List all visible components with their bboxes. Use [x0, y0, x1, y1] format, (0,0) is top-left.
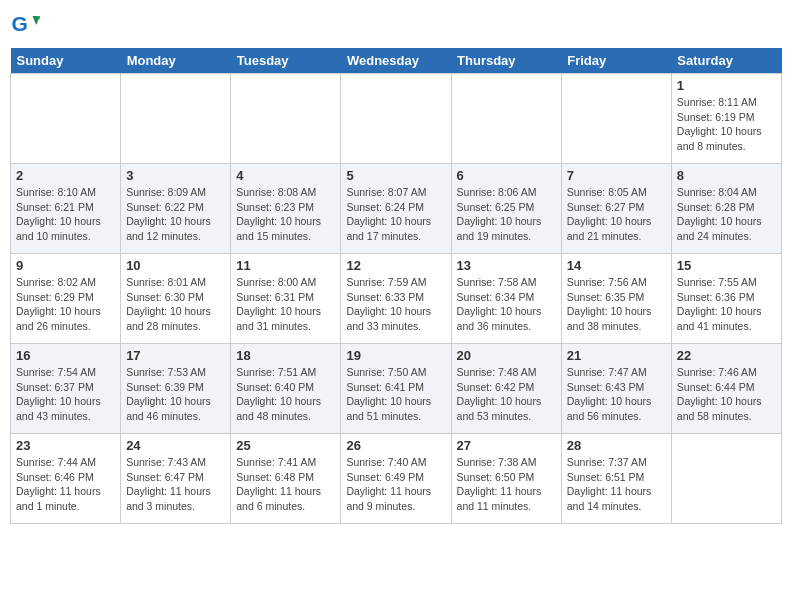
weekday-header-sunday: Sunday	[11, 48, 121, 74]
week-row-3: 9Sunrise: 8:02 AM Sunset: 6:29 PM Daylig…	[11, 254, 782, 344]
day-number: 12	[346, 258, 445, 273]
day-number: 20	[457, 348, 556, 363]
header: G	[10, 10, 782, 40]
day-detail: Sunrise: 8:10 AM Sunset: 6:21 PM Dayligh…	[16, 185, 115, 244]
day-cell: 17Sunrise: 7:53 AM Sunset: 6:39 PM Dayli…	[121, 344, 231, 434]
day-detail: Sunrise: 8:08 AM Sunset: 6:23 PM Dayligh…	[236, 185, 335, 244]
day-number: 7	[567, 168, 666, 183]
day-cell: 25Sunrise: 7:41 AM Sunset: 6:48 PM Dayli…	[231, 434, 341, 524]
day-detail: Sunrise: 7:40 AM Sunset: 6:49 PM Dayligh…	[346, 455, 445, 514]
day-number: 18	[236, 348, 335, 363]
day-detail: Sunrise: 7:48 AM Sunset: 6:42 PM Dayligh…	[457, 365, 556, 424]
day-cell: 3Sunrise: 8:09 AM Sunset: 6:22 PM Daylig…	[121, 164, 231, 254]
day-cell: 4Sunrise: 8:08 AM Sunset: 6:23 PM Daylig…	[231, 164, 341, 254]
day-detail: Sunrise: 7:38 AM Sunset: 6:50 PM Dayligh…	[457, 455, 556, 514]
day-number: 26	[346, 438, 445, 453]
logo-icon: G	[10, 10, 40, 40]
week-row-2: 2Sunrise: 8:10 AM Sunset: 6:21 PM Daylig…	[11, 164, 782, 254]
day-number: 21	[567, 348, 666, 363]
day-detail: Sunrise: 7:51 AM Sunset: 6:40 PM Dayligh…	[236, 365, 335, 424]
day-number: 27	[457, 438, 556, 453]
day-detail: Sunrise: 7:55 AM Sunset: 6:36 PM Dayligh…	[677, 275, 776, 334]
week-row-1: 1Sunrise: 8:11 AM Sunset: 6:19 PM Daylig…	[11, 74, 782, 164]
day-cell: 28Sunrise: 7:37 AM Sunset: 6:51 PM Dayli…	[561, 434, 671, 524]
day-number: 9	[16, 258, 115, 273]
day-cell: 2Sunrise: 8:10 AM Sunset: 6:21 PM Daylig…	[11, 164, 121, 254]
day-cell	[561, 74, 671, 164]
weekday-header-wednesday: Wednesday	[341, 48, 451, 74]
day-number: 13	[457, 258, 556, 273]
day-cell: 27Sunrise: 7:38 AM Sunset: 6:50 PM Dayli…	[451, 434, 561, 524]
day-cell: 9Sunrise: 8:02 AM Sunset: 6:29 PM Daylig…	[11, 254, 121, 344]
day-detail: Sunrise: 8:07 AM Sunset: 6:24 PM Dayligh…	[346, 185, 445, 244]
day-detail: Sunrise: 7:54 AM Sunset: 6:37 PM Dayligh…	[16, 365, 115, 424]
day-cell: 18Sunrise: 7:51 AM Sunset: 6:40 PM Dayli…	[231, 344, 341, 434]
day-detail: Sunrise: 7:46 AM Sunset: 6:44 PM Dayligh…	[677, 365, 776, 424]
day-number: 22	[677, 348, 776, 363]
day-cell: 13Sunrise: 7:58 AM Sunset: 6:34 PM Dayli…	[451, 254, 561, 344]
day-detail: Sunrise: 7:43 AM Sunset: 6:47 PM Dayligh…	[126, 455, 225, 514]
weekday-header-tuesday: Tuesday	[231, 48, 341, 74]
day-cell: 11Sunrise: 8:00 AM Sunset: 6:31 PM Dayli…	[231, 254, 341, 344]
day-number: 2	[16, 168, 115, 183]
day-cell: 12Sunrise: 7:59 AM Sunset: 6:33 PM Dayli…	[341, 254, 451, 344]
day-detail: Sunrise: 8:05 AM Sunset: 6:27 PM Dayligh…	[567, 185, 666, 244]
day-cell: 26Sunrise: 7:40 AM Sunset: 6:49 PM Dayli…	[341, 434, 451, 524]
day-detail: Sunrise: 7:59 AM Sunset: 6:33 PM Dayligh…	[346, 275, 445, 334]
day-cell	[451, 74, 561, 164]
day-detail: Sunrise: 8:04 AM Sunset: 6:28 PM Dayligh…	[677, 185, 776, 244]
day-number: 3	[126, 168, 225, 183]
day-detail: Sunrise: 8:09 AM Sunset: 6:22 PM Dayligh…	[126, 185, 225, 244]
day-cell: 1Sunrise: 8:11 AM Sunset: 6:19 PM Daylig…	[671, 74, 781, 164]
weekday-header-friday: Friday	[561, 48, 671, 74]
day-cell: 7Sunrise: 8:05 AM Sunset: 6:27 PM Daylig…	[561, 164, 671, 254]
day-number: 11	[236, 258, 335, 273]
day-number: 10	[126, 258, 225, 273]
day-cell	[671, 434, 781, 524]
day-number: 14	[567, 258, 666, 273]
day-cell: 5Sunrise: 8:07 AM Sunset: 6:24 PM Daylig…	[341, 164, 451, 254]
day-cell: 14Sunrise: 7:56 AM Sunset: 6:35 PM Dayli…	[561, 254, 671, 344]
day-cell: 21Sunrise: 7:47 AM Sunset: 6:43 PM Dayli…	[561, 344, 671, 434]
day-detail: Sunrise: 8:00 AM Sunset: 6:31 PM Dayligh…	[236, 275, 335, 334]
day-detail: Sunrise: 7:58 AM Sunset: 6:34 PM Dayligh…	[457, 275, 556, 334]
svg-text:G: G	[12, 12, 28, 35]
day-cell	[341, 74, 451, 164]
day-number: 16	[16, 348, 115, 363]
week-row-4: 16Sunrise: 7:54 AM Sunset: 6:37 PM Dayli…	[11, 344, 782, 434]
day-number: 19	[346, 348, 445, 363]
day-detail: Sunrise: 7:50 AM Sunset: 6:41 PM Dayligh…	[346, 365, 445, 424]
day-cell	[231, 74, 341, 164]
day-number: 4	[236, 168, 335, 183]
weekday-header-row: SundayMondayTuesdayWednesdayThursdayFrid…	[11, 48, 782, 74]
day-cell: 20Sunrise: 7:48 AM Sunset: 6:42 PM Dayli…	[451, 344, 561, 434]
day-number: 6	[457, 168, 556, 183]
day-detail: Sunrise: 7:53 AM Sunset: 6:39 PM Dayligh…	[126, 365, 225, 424]
day-detail: Sunrise: 7:41 AM Sunset: 6:48 PM Dayligh…	[236, 455, 335, 514]
weekday-header-thursday: Thursday	[451, 48, 561, 74]
day-number: 8	[677, 168, 776, 183]
day-detail: Sunrise: 8:01 AM Sunset: 6:30 PM Dayligh…	[126, 275, 225, 334]
weekday-header-monday: Monday	[121, 48, 231, 74]
day-detail: Sunrise: 7:56 AM Sunset: 6:35 PM Dayligh…	[567, 275, 666, 334]
day-number: 15	[677, 258, 776, 273]
day-number: 25	[236, 438, 335, 453]
day-detail: Sunrise: 8:02 AM Sunset: 6:29 PM Dayligh…	[16, 275, 115, 334]
day-cell	[121, 74, 231, 164]
day-detail: Sunrise: 7:44 AM Sunset: 6:46 PM Dayligh…	[16, 455, 115, 514]
day-cell: 10Sunrise: 8:01 AM Sunset: 6:30 PM Dayli…	[121, 254, 231, 344]
day-detail: Sunrise: 8:11 AM Sunset: 6:19 PM Dayligh…	[677, 95, 776, 154]
day-detail: Sunrise: 8:06 AM Sunset: 6:25 PM Dayligh…	[457, 185, 556, 244]
day-detail: Sunrise: 7:47 AM Sunset: 6:43 PM Dayligh…	[567, 365, 666, 424]
week-row-5: 23Sunrise: 7:44 AM Sunset: 6:46 PM Dayli…	[11, 434, 782, 524]
day-cell: 8Sunrise: 8:04 AM Sunset: 6:28 PM Daylig…	[671, 164, 781, 254]
day-cell: 23Sunrise: 7:44 AM Sunset: 6:46 PM Dayli…	[11, 434, 121, 524]
day-number: 23	[16, 438, 115, 453]
calendar: SundayMondayTuesdayWednesdayThursdayFrid…	[10, 48, 782, 524]
day-cell: 16Sunrise: 7:54 AM Sunset: 6:37 PM Dayli…	[11, 344, 121, 434]
day-cell	[11, 74, 121, 164]
day-cell: 15Sunrise: 7:55 AM Sunset: 6:36 PM Dayli…	[671, 254, 781, 344]
logo: G	[10, 10, 44, 40]
day-number: 17	[126, 348, 225, 363]
day-cell: 24Sunrise: 7:43 AM Sunset: 6:47 PM Dayli…	[121, 434, 231, 524]
